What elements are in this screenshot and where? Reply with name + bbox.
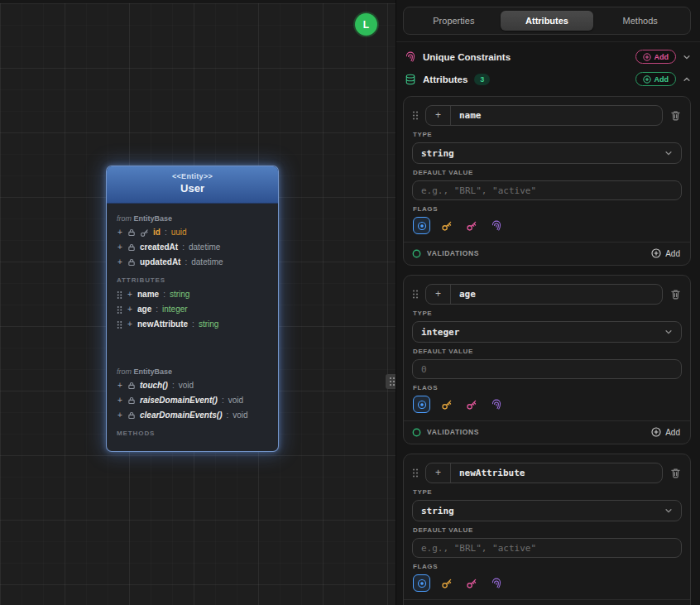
default-value-input[interactable] xyxy=(412,538,682,558)
attr-name: name xyxy=(137,287,159,302)
entity-title: User xyxy=(107,182,278,194)
foreign-key-flag-icon[interactable] xyxy=(463,217,480,234)
attributes-count-badge: 3 xyxy=(474,74,490,85)
circle-dot-flag-icon[interactable] xyxy=(413,574,430,592)
attribute-name-input[interactable] xyxy=(451,285,662,304)
tab-attributes[interactable]: Attributes xyxy=(501,11,594,31)
default-value-input[interactable] xyxy=(412,359,682,379)
prefix-plus-button[interactable]: + xyxy=(426,285,451,304)
drag-handle-icon[interactable] xyxy=(412,289,419,300)
tab-properties[interactable]: Properties xyxy=(407,11,501,31)
drag-handle-icon[interactable] xyxy=(412,110,419,121)
default-value-label: DEFAULT VALUE xyxy=(413,526,682,534)
foreign-key-flag-icon[interactable] xyxy=(463,396,480,413)
delete-attribute-icon[interactable] xyxy=(669,467,682,479)
visibility-plus: + xyxy=(117,225,123,240)
attr-name: age xyxy=(137,302,151,317)
attr-name: updatedAt xyxy=(140,255,180,270)
attribute-card: + TYPE integer DEFAULT VALUE FLAGS xyxy=(403,275,691,444)
type-select[interactable]: integer xyxy=(412,321,682,343)
add-unique-constraint-button[interactable]: Add xyxy=(635,50,677,64)
attribute-name-input[interactable] xyxy=(451,106,662,125)
method-name: clearDomainEvents() xyxy=(140,408,222,423)
type-label: TYPE xyxy=(413,131,682,138)
lock-icon xyxy=(127,228,136,237)
unique-fingerprint-flag-icon[interactable] xyxy=(487,396,505,413)
circle-dot-flag-icon[interactable] xyxy=(413,396,430,413)
chevron-down-icon xyxy=(664,149,673,157)
attr-name: createdAt xyxy=(140,240,178,255)
attribute-row: + age: integer xyxy=(117,302,268,317)
drag-handle-icon[interactable] xyxy=(117,305,122,315)
attributes-section: Attributes 3 Add xyxy=(405,69,691,89)
method-return-type: void xyxy=(179,378,194,393)
fingerprint-icon xyxy=(405,51,416,63)
entity-header[interactable]: <<Entity>> User xyxy=(107,166,278,204)
flags-label: FLAGS xyxy=(413,205,682,213)
chevron-down-icon xyxy=(664,328,673,336)
attribute-row: + name: string xyxy=(117,287,268,302)
attribute-card: + TYPE string DEFAULT VALUE FLAGS xyxy=(403,96,691,266)
entity-node-user[interactable]: <<Entity>> User from EntityBase + id: uu… xyxy=(106,166,279,452)
entity-body: from EntityBase + id: uuid + create xyxy=(107,204,278,447)
validation-shield-icon xyxy=(412,249,421,258)
type-select[interactable]: string xyxy=(412,500,682,521)
section-title: Attributes xyxy=(423,74,467,84)
lock-icon xyxy=(127,396,136,405)
inherited-attribute-row: + createdAt: datetime xyxy=(117,240,268,255)
add-validation-button[interactable]: Add xyxy=(651,248,680,258)
drag-handle-icon[interactable] xyxy=(412,468,419,478)
add-validation-button[interactable]: Add xyxy=(651,427,680,437)
delete-attribute-icon[interactable] xyxy=(669,288,682,300)
type-select[interactable]: string xyxy=(412,142,682,164)
default-value-label: DEFAULT VALUE xyxy=(413,169,682,176)
chevron-up-icon[interactable] xyxy=(683,75,691,84)
attr-type: string xyxy=(170,287,189,302)
flags-label: FLAGS xyxy=(413,563,682,570)
flags-label: FLAGS xyxy=(413,384,682,391)
validations-label: VALIDATIONS xyxy=(427,249,479,257)
foreign-key-flag-icon[interactable] xyxy=(463,574,480,592)
drag-handle-icon[interactable] xyxy=(117,320,122,329)
method-row: + touch(): void xyxy=(117,378,268,393)
primary-key-flag-icon[interactable] xyxy=(438,217,455,234)
circle-dot-flag-icon[interactable] xyxy=(413,217,430,234)
attr-name: newAttribute xyxy=(137,317,188,332)
section-title: Unique Constraints xyxy=(423,52,511,62)
attr-type: string xyxy=(199,317,218,332)
lock-icon xyxy=(127,382,136,390)
user-avatar[interactable]: L xyxy=(355,13,377,36)
chevron-down-icon xyxy=(664,507,673,515)
entity-stereotype: <<Entity>> xyxy=(107,172,278,180)
attribute-card: + TYPE string DEFAULT VALUE FLAGS xyxy=(403,454,691,605)
method-row: + clearDomainEvents(): void xyxy=(117,408,268,423)
unique-fingerprint-flag-icon[interactable] xyxy=(487,217,505,234)
inspector-panel: Properties Attributes Methods Unique Con… xyxy=(396,0,700,605)
chevron-down-icon[interactable] xyxy=(683,53,691,61)
validation-shield-icon xyxy=(412,428,421,437)
primary-key-flag-icon[interactable] xyxy=(438,574,455,592)
add-attribute-button[interactable]: Add xyxy=(635,72,677,86)
tab-bar: Properties Attributes Methods xyxy=(403,7,691,35)
unique-fingerprint-flag-icon[interactable] xyxy=(487,574,505,592)
default-value-label: DEFAULT VALUE xyxy=(413,348,682,355)
methods-section-label: METHODS xyxy=(117,427,268,440)
inherited-from-label: from EntityBase xyxy=(117,212,268,225)
primary-key-flag-icon[interactable] xyxy=(438,396,455,413)
inherited-attribute-row: + updatedAt: datetime xyxy=(117,255,268,270)
drag-handle-icon[interactable] xyxy=(117,290,122,300)
delete-attribute-icon[interactable] xyxy=(669,109,682,122)
diagram-canvas[interactable]: L <<Entity>> User from EntityBase + id: … xyxy=(0,0,396,605)
database-icon xyxy=(405,74,416,85)
attr-type: datetime xyxy=(191,255,223,270)
prefix-plus-button[interactable]: + xyxy=(426,463,451,483)
default-value-input[interactable] xyxy=(412,180,682,200)
attributes-section-label: ATTRIBUTES xyxy=(117,274,268,287)
attribute-name-input[interactable] xyxy=(451,463,662,483)
attr-type: integer xyxy=(162,302,188,317)
lock-icon xyxy=(127,243,136,252)
lock-icon xyxy=(127,258,136,266)
prefix-plus-button[interactable]: + xyxy=(426,106,451,125)
tab-methods[interactable]: Methods xyxy=(593,11,687,31)
method-row: + raiseDomainEvent(): void xyxy=(117,393,268,408)
